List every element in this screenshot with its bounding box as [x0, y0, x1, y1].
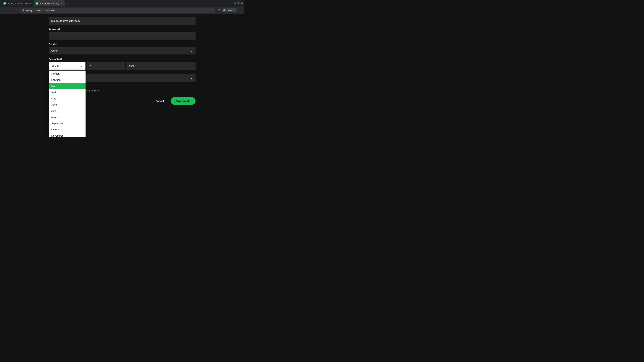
address-bar[interactable]: 🔒 spotify.com/us/account/profile/ ☆ [20, 8, 215, 13]
gender-section: Gender Other ⌄ [49, 43, 196, 54]
browser-chrome: Spotify – Lauren Deli ✕ Edit profile – S… [0, 0, 244, 14]
gender-label: Gender [49, 43, 196, 45]
cancel-button[interactable]: Cancel [152, 97, 167, 105]
dob-month-wrapper: March ⌄ January February March April [49, 62, 86, 70]
month-option-february[interactable]: February [49, 77, 86, 83]
window-controls: — □ ✕ [234, 2, 243, 4]
tab-1[interactable]: Spotify – Lauren Deli ✕ [1, 0, 34, 6]
title-bar: Spotify – Lauren Deli ✕ Edit profile – S… [0, 0, 244, 7]
month-option-march[interactable]: March [49, 83, 86, 89]
forward-button[interactable]: → [8, 8, 13, 12]
gender-select[interactable]: Other [49, 47, 196, 54]
month-option-may[interactable]: May [49, 95, 86, 102]
url-text: spotify.com/us/account/profile/ [26, 9, 210, 11]
dob-year-input[interactable] [126, 62, 196, 70]
dob-month-chevron-icon: ⌄ [80, 64, 82, 67]
month-option-july[interactable]: July [49, 108, 86, 114]
bookmark-icon: ☆ [211, 9, 213, 11]
dob-section: Date of birth March ⌄ January February [49, 58, 196, 70]
month-option-september[interactable]: September [49, 120, 86, 126]
password-input[interactable] [49, 32, 196, 39]
incognito-badge[interactable]: Incognito [222, 8, 237, 12]
new-tab-button[interactable]: + [66, 1, 70, 6]
tab-2-close[interactable]: ✕ [60, 2, 63, 5]
gender-value: Other [51, 49, 58, 52]
refresh-button[interactable]: ↻ [14, 8, 19, 12]
dob-day-input[interactable] [87, 62, 124, 70]
month-option-june[interactable]: June [49, 102, 86, 108]
gender-select-wrapper: Other ⌄ [49, 47, 196, 54]
extensions-button[interactable]: ⊞ [216, 8, 221, 12]
minimize-button[interactable]: — [234, 2, 236, 4]
email-field-wrapper [49, 14, 196, 25]
month-option-april[interactable]: April [49, 89, 86, 95]
maximize-button[interactable]: □ [238, 2, 240, 4]
close-button[interactable]: ✕ [241, 2, 243, 4]
month-option-august[interactable]: August [49, 114, 86, 120]
lock-icon: 🔒 [22, 9, 25, 11]
toolbar-icons: ⊞ Incognito ⋮ [216, 8, 242, 12]
back-button[interactable]: ← [2, 8, 7, 12]
password-label: Password [49, 28, 196, 31]
tab-1-label: Spotify – Lauren Deli [8, 2, 28, 5]
password-section: Password [49, 28, 196, 39]
save-profile-button[interactable]: Save profile [170, 97, 196, 105]
incognito-icon [223, 9, 226, 12]
month-option-january[interactable]: January [49, 70, 86, 77]
month-option-november[interactable]: November [49, 133, 86, 137]
tab-2[interactable]: Edit profile – Spotify ✕ [34, 0, 65, 6]
menu-button[interactable]: ⋮ [238, 8, 242, 12]
dob-month-value: March [52, 65, 59, 67]
spotify-icon-tab1 [3, 2, 6, 5]
month-option-october[interactable]: October [49, 126, 86, 133]
spotify-icon-tab2 [36, 2, 38, 5]
email-input[interactable] [49, 17, 196, 25]
tab-2-label: Edit profile – Spotify [40, 2, 59, 5]
browser-toolbar: ← → ↻ 🔒 spotify.com/us/account/profile/ … [0, 7, 244, 14]
dob-label: Date of birth [49, 58, 196, 60]
month-dropdown: January February March April May [49, 70, 86, 137]
dob-month-button[interactable]: March ⌄ [49, 62, 86, 70]
page-content: Password Gender Other ⌄ Date of birth Ma… [0, 14, 244, 137]
incognito-label: Incognito [227, 9, 235, 11]
dob-fields: March ⌄ January February March April [49, 62, 196, 70]
tab-1-close[interactable]: ✕ [29, 2, 32, 5]
